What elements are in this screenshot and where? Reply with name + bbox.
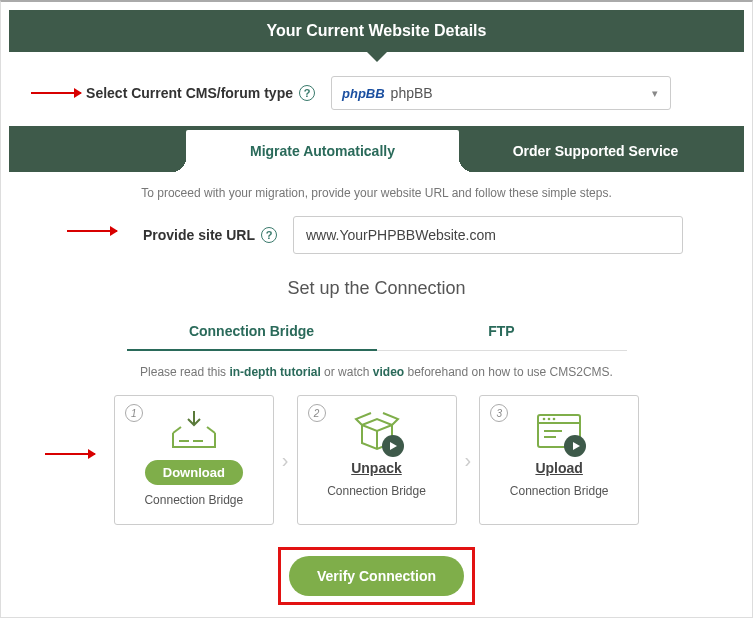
cms-select[interactable]: phpBB phpBB ▾ [331,76,671,110]
browser-window-icon [534,409,584,455]
step-download[interactable]: 1 Download Connection Bridge [114,395,274,525]
tab-migrate-auto[interactable]: Migrate Automatically [186,130,459,172]
svg-point-8 [553,418,556,421]
box-icon [352,409,402,455]
connection-heading: Set up the Connection [9,278,744,299]
video-link[interactable]: video [373,365,404,379]
upload-link[interactable]: Upload [535,460,582,476]
cms-label: Select Current CMS/forum type [86,85,293,101]
highlight-box: Verify Connection [278,547,475,605]
verify-connection-button[interactable]: Verify Connection [289,556,464,596]
step-number: 1 [125,404,143,422]
step-number: 3 [490,404,508,422]
cms-selected-value: phpBB [391,85,433,101]
chevron-down-icon: ▾ [652,87,658,100]
tab-order-service[interactable]: Order Supported Service [459,130,732,172]
pointer-arrow-icon [67,230,117,232]
site-url-input[interactable] [293,216,683,254]
url-label: Provide site URL [143,227,255,243]
chevron-right-icon: › [282,449,289,472]
header-title: Your Current Website Details [9,10,744,52]
instruction-text: To proceed with your migration, provide … [9,172,744,208]
play-icon [564,435,586,457]
step-sub: Connection Bridge [327,484,426,498]
unpack-link[interactable]: Unpack [351,460,402,476]
help-icon[interactable]: ? [299,85,315,101]
tab-connection-bridge[interactable]: Connection Bridge [127,313,377,351]
tutorial-note: Please read this in-depth tutorial or wa… [9,365,744,379]
svg-point-7 [548,418,551,421]
download-tray-icon [167,409,221,455]
svg-point-6 [543,418,546,421]
chevron-right-icon: › [465,449,472,472]
step-upload[interactable]: 3 Upload Connection Bridge [479,395,639,525]
play-icon [382,435,404,457]
download-button[interactable]: Download [145,460,243,485]
step-unpack[interactable]: 2 Unpack Connection Bridge [297,395,457,525]
help-icon[interactable]: ? [261,227,277,243]
step-sub: Connection Bridge [144,493,243,507]
pointer-arrow-icon [31,92,81,94]
tutorial-link[interactable]: in-depth tutorial [229,365,320,379]
step-number: 2 [308,404,326,422]
tab-ftp[interactable]: FTP [377,313,627,351]
migration-tabs: Migrate Automatically Order Supported Se… [9,126,744,172]
phpbb-logo-icon: phpBB [342,86,385,101]
step-sub: Connection Bridge [510,484,609,498]
pointer-arrow-icon [45,453,95,455]
